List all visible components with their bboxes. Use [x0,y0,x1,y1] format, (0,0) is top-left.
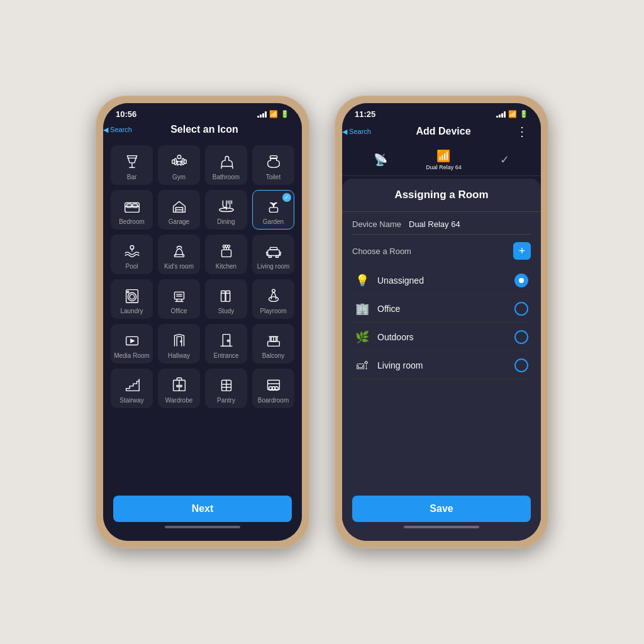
icon-cell-hallway[interactable]: Hallway [158,324,200,364]
icon-label-laundry: Laundry [120,308,143,314]
icon-cell-dining[interactable]: Dining [205,190,247,230]
phone-2: 11:25 📶 🔋 ◀ Search Add Device ⋮ 📡 [335,96,548,548]
room-item-outdoors[interactable]: 🌿 Outdoors [352,324,531,351]
icon-label-bedroom: Bedroom [119,218,145,225]
assign-room-modal: Assigning a Room Device Name Dual Relay … [342,179,541,541]
room-name-unassigned: Unassigned [377,275,514,286]
svg-point-61 [176,385,178,387]
icon-cell-bedroom[interactable]: Bedroom [111,190,153,230]
svg-point-8 [177,155,181,159]
icon-label-toilet: Toilet [266,174,280,180]
icon-cell-pantry[interactable]: Pantry [205,369,247,408]
svg-rect-13 [126,204,131,208]
save-button[interactable]: Save [352,496,531,522]
choose-room-row: Choose a Room + [352,242,531,260]
icon-cell-toilet[interactable]: Toilet [252,145,294,185]
icon-label-kitchen: Kitchen [216,263,236,270]
svg-rect-5 [174,158,176,164]
icon-cell-garage[interactable]: Garage [158,190,200,230]
room-icon-unassigned: 💡 [355,274,370,287]
icon-cell-study[interactable]: Study [205,279,247,319]
icon-label-mediaroom: Media Room [114,352,150,359]
signal-icon-1 [257,111,267,118]
svg-rect-6 [182,158,184,164]
icon-label-entrance: Entrance [213,352,238,359]
add-room-button[interactable]: + [513,242,531,260]
svg-rect-26 [221,250,231,257]
radio-unassigned[interactable] [514,274,528,287]
battery-icon-1: 🔋 [280,110,289,118]
time-2: 11:25 [355,109,375,119]
setup-step-3: ✓ [500,153,509,167]
room-item-livingroom[interactable]: 🛋 Living room [352,352,531,379]
time-1: 10:56 [116,109,136,119]
icon-cell-garden[interactable]: Garden [252,190,294,230]
svg-point-24 [130,246,134,250]
device-name-label: Device Name [352,219,409,229]
icon-cell-boardroom[interactable]: Boardroom [252,369,294,408]
svg-rect-42 [221,291,225,302]
icon-cell-kidsroom[interactable]: Kid's room [158,235,200,274]
room-name-outdoors: Outdoors [377,332,514,342]
radio-office[interactable] [514,302,528,316]
svg-point-47 [272,289,275,292]
signal-icon-2 [496,111,506,118]
svg-rect-32 [275,256,278,258]
choose-room-label: Choose a Room [352,247,411,256]
icon-cell-gym[interactable]: Gym [158,145,200,185]
icon-cell-playroom[interactable]: Playroom [252,279,294,319]
icon-cell-pool[interactable]: Pool [111,235,153,274]
room-icon-outdoors: 🌿 [355,330,370,344]
svg-line-9 [221,167,221,169]
icon-label-playroom: Playroom [260,308,286,314]
icon-label-office: Office [171,308,187,314]
icon-cell-livingroom[interactable]: Living room [252,235,294,274]
icon-label-pool: Pool [125,263,138,270]
nav-back-2[interactable]: ◀ Search [342,128,371,136]
device-name-value: Dual Relay 64 [409,219,460,229]
page-title-2: Add Device [371,126,516,137]
icon-cell-stairway[interactable]: Stairway [111,369,153,408]
icon-cell-entrance[interactable]: Entrance [205,324,247,364]
svg-rect-30 [267,250,279,255]
icon-label-gym: Gym [172,174,186,180]
room-name-office: Office [377,304,514,314]
svg-point-37 [127,291,129,293]
svg-point-29 [225,245,228,248]
nav-back-1[interactable]: ◀ Search [103,126,132,134]
radio-livingroom[interactable] [514,358,528,372]
icon-cell-bathroom[interactable]: Bathroom [205,145,247,185]
room-name-livingroom: Living room [377,360,514,370]
svg-point-36 [130,294,135,299]
phone1-footer: Next [103,489,302,541]
radio-outdoors[interactable] [514,330,528,344]
setup-signal-icon: 📶 [436,149,450,163]
icon-cell-office[interactable]: Office [158,279,200,319]
more-menu-icon[interactable]: ⋮ [516,124,531,139]
nav-bar-2: ◀ Search Add Device ⋮ [342,121,541,144]
status-icons-2: 📶 🔋 [496,110,528,118]
room-item-unassigned[interactable]: 💡 Unassigned [352,267,531,294]
room-item-office[interactable]: 🏢 Office [352,296,531,323]
status-bar-2: 11:25 📶 🔋 [342,103,541,121]
phone-1: 10:56 📶 🔋 ◀ Search Select an Icon [96,96,309,548]
icon-label-livingroom: Living room [257,263,290,270]
icon-grid: Bar Gym Bathroom Toilet [111,145,294,408]
icon-cell-bar[interactable]: Bar [111,145,153,185]
icon-label-pantry: Pantry [217,397,235,404]
icon-cell-kitchen[interactable]: Kitchen [205,235,247,274]
nav-bar-1: ◀ Search Select an Icon [103,121,302,140]
icon-cell-laundry[interactable]: Laundry [111,279,153,319]
setup-step-1: 📡 [374,153,387,167]
icon-cell-mediaroom[interactable]: Media Room [111,324,153,364]
next-button[interactable]: Next [113,496,292,522]
setup-device-label: Dual Relay 64 [426,164,462,170]
svg-line-10 [232,167,233,169]
icon-cell-wardrobe[interactable]: Wardrobe [158,369,200,408]
room-icon-livingroom: 🛋 [355,359,370,372]
svg-rect-33 [270,247,277,250]
icon-cell-balcony[interactable]: Balcony [252,324,294,364]
svg-rect-53 [267,341,279,347]
icon-label-dining: Dining [217,218,235,225]
phone2-content: Assigning a Room Device Name Dual Relay … [342,176,541,541]
